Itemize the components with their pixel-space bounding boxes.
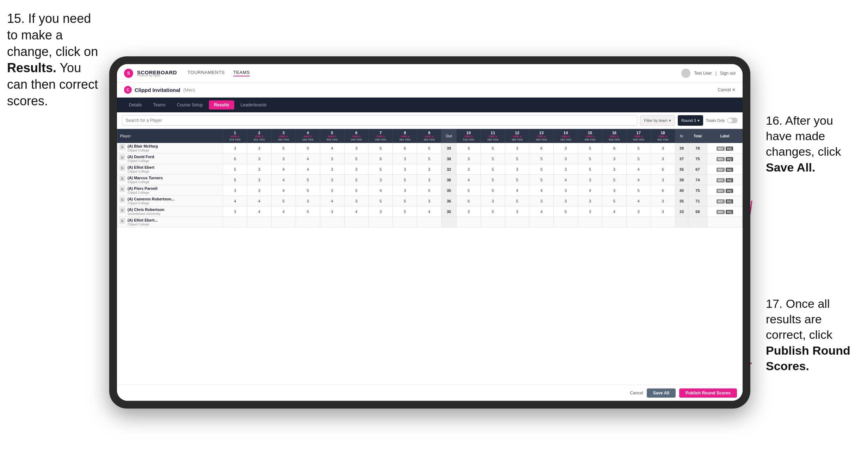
filter-button[interactable]: Filter by team ▾	[640, 115, 675, 126]
score-cell[interactable]: 3	[271, 154, 296, 164]
score-cell[interactable]: 4	[626, 164, 651, 175]
score-cell[interactable]: 4	[626, 196, 651, 206]
score-cell[interactable]: 4	[271, 175, 296, 185]
score-cell[interactable]: 5	[553, 206, 578, 217]
score-cell[interactable]	[296, 217, 320, 228]
score-cell[interactable]: 3	[651, 196, 675, 206]
score-cell[interactable]: 3	[223, 143, 247, 154]
score-cell[interactable]: 5	[271, 143, 296, 154]
score-cell[interactable]: 5	[602, 196, 626, 206]
tab-results[interactable]: Results	[209, 100, 234, 110]
score-cell[interactable]: 3	[344, 196, 368, 206]
cancel-button[interactable]: Cancel	[630, 391, 643, 396]
score-cell[interactable]: 5	[481, 206, 505, 217]
score-cell[interactable]: 5	[481, 164, 505, 175]
score-cell[interactable]: 3	[223, 206, 247, 217]
score-cell[interactable]: 4	[223, 196, 247, 206]
score-cell[interactable]: 3	[553, 143, 578, 154]
score-cell[interactable]: 3	[296, 196, 320, 206]
score-cell[interactable]: 4	[271, 164, 296, 175]
score-cell[interactable]: 5	[626, 185, 651, 196]
score-cell[interactable]: 3	[368, 175, 393, 185]
score-cell[interactable]: 5	[626, 143, 651, 154]
score-cell[interactable]: 5	[368, 164, 393, 175]
nav-tournaments[interactable]: TOURNAMENTS	[187, 70, 225, 76]
score-cell[interactable]	[393, 217, 417, 228]
score-cell[interactable]: 3	[457, 206, 481, 217]
score-cell[interactable]: 5	[223, 164, 247, 175]
score-cell[interactable]: 5	[368, 143, 393, 154]
score-cell[interactable]: 3	[368, 206, 393, 217]
score-cell[interactable]	[368, 217, 393, 228]
score-cell[interactable]: 5	[417, 154, 441, 164]
score-cell[interactable]: 3	[505, 164, 529, 175]
score-cell[interactable]: 3	[626, 206, 651, 217]
score-cell[interactable]: 3	[578, 206, 602, 217]
score-cell[interactable]: 5	[578, 143, 602, 154]
score-cell[interactable]	[344, 217, 368, 228]
score-cell[interactable]: 4	[529, 185, 554, 196]
score-cell[interactable]	[417, 217, 441, 228]
score-cell[interactable]: 3	[247, 143, 271, 154]
score-cell[interactable]: 3	[344, 164, 368, 175]
save-all-button[interactable]: Save All	[647, 388, 676, 398]
score-cell[interactable]: 3	[320, 185, 344, 196]
score-cell[interactable]: 5	[529, 154, 554, 164]
score-cell[interactable]: 4	[320, 143, 344, 154]
score-cell[interactable]: 5	[602, 175, 626, 185]
score-cell[interactable]	[651, 217, 675, 228]
score-cell[interactable]: 5	[529, 164, 554, 175]
score-cell[interactable]: 4	[602, 206, 626, 217]
score-cell[interactable]: 5	[457, 185, 481, 196]
score-cell[interactable]: 3	[393, 164, 417, 175]
score-cell[interactable]: 3	[602, 164, 626, 175]
score-cell[interactable]	[457, 217, 481, 228]
score-cell[interactable]: 5	[368, 196, 393, 206]
score-cell[interactable]: 3	[247, 185, 271, 196]
tab-details[interactable]: Details	[124, 100, 147, 110]
score-cell[interactable]: 3	[223, 185, 247, 196]
score-cell[interactable]: 4	[553, 175, 578, 185]
score-cell[interactable]: 4	[368, 185, 393, 196]
score-cell[interactable]: 3	[602, 185, 626, 196]
score-cell[interactable]: 4	[529, 206, 554, 217]
score-cell[interactable]: 3	[578, 175, 602, 185]
score-cell[interactable]: 4	[578, 185, 602, 196]
score-cell[interactable]: 3	[320, 175, 344, 185]
score-cell[interactable]: 3	[393, 154, 417, 164]
score-cell[interactable]: 6	[651, 185, 675, 196]
score-cell[interactable]: 6	[529, 143, 554, 154]
score-cell[interactable]: 3	[344, 143, 368, 154]
score-cell[interactable]: 5	[626, 154, 651, 164]
score-cell[interactable]: 5	[481, 154, 505, 164]
score-cell[interactable]: 5	[393, 206, 417, 217]
sign-out-link[interactable]: Sign out	[720, 71, 736, 76]
score-cell[interactable]: 5	[529, 175, 554, 185]
score-cell[interactable]: 3	[320, 164, 344, 175]
score-cell[interactable]: 3	[247, 175, 271, 185]
score-cell[interactable]: 3	[417, 175, 441, 185]
score-cell[interactable]: 3	[505, 143, 529, 154]
nav-teams[interactable]: TEAMS	[233, 70, 250, 76]
score-cell[interactable]: 3	[553, 164, 578, 175]
score-cell[interactable]	[578, 217, 602, 228]
score-cell[interactable]: 3	[457, 164, 481, 175]
score-cell[interactable]: 3	[457, 154, 481, 164]
score-cell[interactable]: 3	[578, 196, 602, 206]
score-cell[interactable]	[271, 217, 296, 228]
tab-leaderboards[interactable]: Leaderboards	[236, 100, 272, 110]
score-cell[interactable]: 3	[247, 164, 271, 175]
score-cell[interactable]: 6	[368, 154, 393, 164]
score-cell[interactable]: 3	[651, 175, 675, 185]
score-cell[interactable]: 3	[505, 206, 529, 217]
score-cell[interactable]: 4	[320, 196, 344, 206]
score-cell[interactable]: 3	[320, 154, 344, 164]
score-cell[interactable]	[320, 217, 344, 228]
score-cell[interactable]: 5	[296, 185, 320, 196]
score-cell[interactable]: 4	[296, 154, 320, 164]
score-cell[interactable]: 5	[296, 175, 320, 185]
score-cell[interactable]: 6	[223, 154, 247, 164]
score-cell[interactable]: 4	[247, 206, 271, 217]
score-cell[interactable]: 5	[505, 175, 529, 185]
tab-course-setup[interactable]: Course Setup	[172, 100, 207, 110]
